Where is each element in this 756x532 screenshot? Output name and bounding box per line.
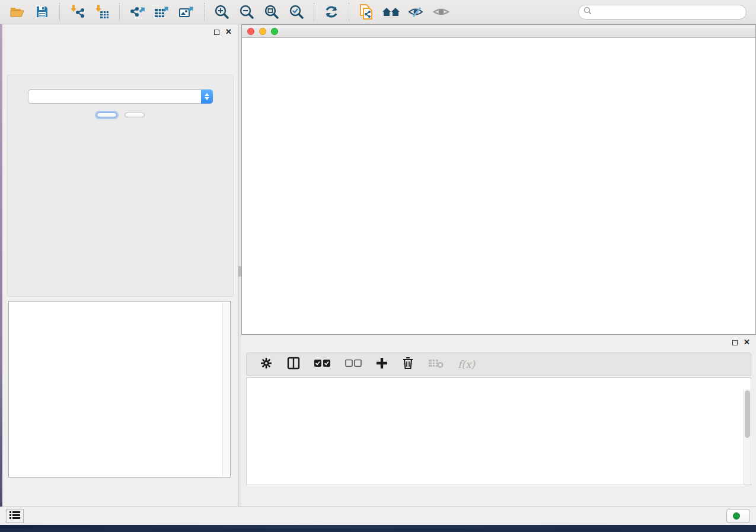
search-input[interactable] [592,8,741,16]
checked-boxes-icon [314,359,331,370]
table-settings-button[interactable] [260,357,273,372]
table-scrollbar-thumb[interactable] [745,390,750,438]
zoom-out-button[interactable] [238,3,256,21]
export-table-icon [154,4,170,20]
duplicate-network-icon [359,4,374,20]
control-panel-titlebar: ✕ [2,24,238,40]
table-panel: ✕ [241,335,756,510]
first-neighbors-button[interactable] [382,3,400,21]
houses-icon [382,5,401,19]
export-network-button[interactable] [128,3,146,21]
float-panel-icon[interactable] [214,30,219,35]
export-image-icon [178,4,195,20]
close-panel-button[interactable] [125,113,145,117]
mcds-tab-content [7,75,234,297]
delete-table-button-disabled [428,358,444,371]
deselect-all-button[interactable] [345,359,362,370]
duplicate-network-button[interactable] [358,3,375,21]
create-column-button[interactable] [376,357,388,371]
delete-column-button[interactable] [402,357,414,372]
open-folder-icon [9,5,25,18]
zoom-in-icon [214,4,229,20]
columns-icon [287,357,300,372]
table-panel-titlebar: ✕ [241,335,756,350]
minimize-window-icon[interactable] [259,28,266,35]
refresh-layout-button[interactable] [323,3,340,21]
open-file-button[interactable] [8,3,26,21]
status-bar [0,507,756,525]
optimization-criterion-dropdown[interactable] [28,89,213,104]
list-icon [9,511,20,521]
maximize-window-icon[interactable] [271,28,278,35]
panel-splitter[interactable] [238,24,241,510]
export-table-button[interactable] [153,3,171,21]
zoom-in-button[interactable] [213,3,231,21]
mcds-result-groupbox [8,301,231,477]
zoom-fit-button[interactable] [263,3,280,21]
desktop-wallpaper-left [0,24,2,510]
import-network-button[interactable] [68,3,86,21]
network-search-box[interactable] [578,5,747,20]
close-panel-icon[interactable]: ✕ [225,29,232,35]
import-table-button[interactable] [93,3,111,21]
zoom-fit-icon [264,4,279,20]
gear-icon [260,357,273,372]
import-network-icon [69,4,85,20]
zoom-out-icon [239,4,254,20]
table-toolbar: f(x) [246,352,751,376]
import-table-icon [94,4,110,20]
export-network-icon [129,4,145,20]
task-history-button[interactable] [6,509,24,523]
save-session-button[interactable] [33,3,51,21]
network-canvas[interactable] [242,38,755,334]
export-image-button[interactable] [178,3,196,21]
unchecked-boxes-icon [345,359,362,370]
network-window-titlebar[interactable] [242,25,755,38]
table-scrollbar[interactable] [744,389,751,485]
control-panel: ✕ [2,24,238,510]
mcds-result-scrollbar[interactable] [222,303,229,476]
show-columns-button[interactable] [287,357,300,372]
close-window-icon[interactable] [247,28,254,35]
save-icon [36,5,49,18]
eye-slash-icon [407,5,425,19]
application-window: ✕ [0,0,756,528]
desktop-wallpaper-bottom [0,525,756,528]
delete-table-icon [428,358,444,371]
plus-icon [376,357,388,371]
refresh-icon [324,4,339,20]
zoom-selected-icon [289,4,304,20]
search-icon [583,7,592,18]
dropdown-stepper-icon [201,89,213,104]
run-mcds-button[interactable] [97,113,117,117]
float-table-panel-icon[interactable] [732,340,738,345]
memory-button[interactable] [726,509,750,523]
node-table [246,377,751,485]
select-all-button[interactable] [314,359,331,370]
memory-status-icon [733,512,740,520]
splitter-grip[interactable] [238,266,241,277]
zoom-selected-button[interactable] [288,3,305,21]
show-eye-button[interactable] [432,3,450,21]
network-view-window [241,24,756,335]
mcds-result-list[interactable] [14,304,222,476]
main-toolbar [0,0,756,24]
function-builder-button-disabled: f(x) [458,358,475,370]
trash-icon [402,357,414,372]
eye-icon [432,5,450,19]
close-table-panel-icon[interactable]: ✕ [744,339,750,345]
hide-panel-button[interactable] [407,3,425,21]
